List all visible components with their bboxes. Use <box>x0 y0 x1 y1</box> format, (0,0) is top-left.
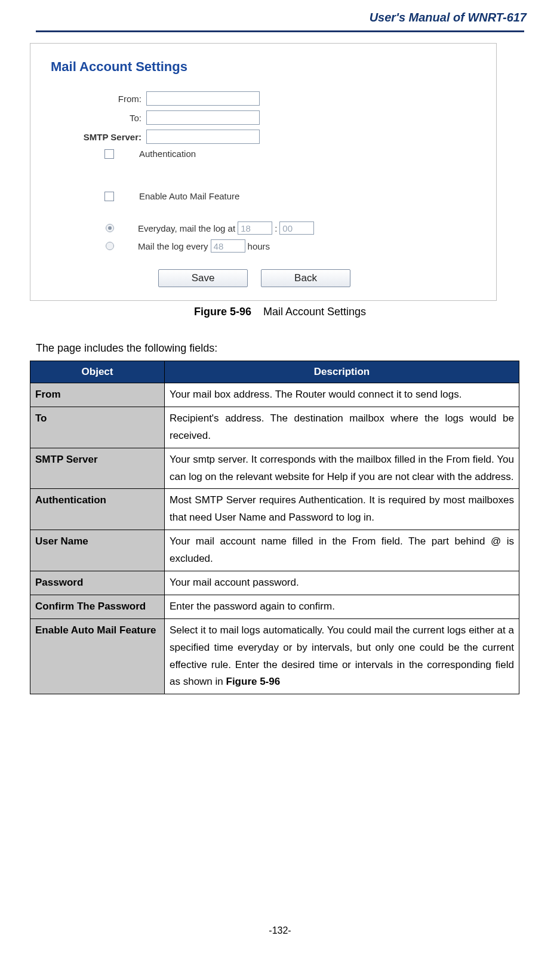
table-row: Authentication Most SMTP Server requires… <box>30 489 519 530</box>
table-row: Confirm The Password Enter the password … <box>30 595 519 618</box>
table-row: Enable Auto Mail Feature Select it to ma… <box>30 618 519 694</box>
page-header-title: User's Manual of WNRT-617 <box>36 11 527 24</box>
obj-cell: Enable Auto Mail Feature <box>30 618 165 694</box>
obj-cell: User Name <box>30 530 165 571</box>
desc-cell: Your mail account password. <box>165 571 519 595</box>
input-interval[interactable] <box>211 239 245 253</box>
label-auth: Authentication <box>139 149 196 159</box>
figure-number: Figure 5-96 <box>194 306 251 318</box>
radio-interval[interactable] <box>106 242 114 250</box>
row-smtp: SMTP Server: <box>51 130 478 144</box>
desc-cell: Select it to mail logs automatically. Yo… <box>165 618 519 694</box>
figure-panel: Mail Account Settings From: To: SMTP Ser… <box>30 43 497 301</box>
input-to[interactable] <box>146 110 260 125</box>
row-from: From: <box>51 91 478 106</box>
table-row: To Recipient's address. The destination … <box>30 407 519 448</box>
radio-dot-icon <box>108 226 112 230</box>
obj-cell: From <box>30 383 165 407</box>
obj-cell: Password <box>30 571 165 595</box>
label-enable-auto: Enable Auto Mail Feature <box>139 191 239 201</box>
input-hour[interactable] <box>238 221 272 235</box>
text-interval-prefix: Mail the log every <box>138 241 208 251</box>
obj-cell: Confirm The Password <box>30 595 165 618</box>
checkbox-enable-auto[interactable] <box>104 192 114 201</box>
label-from: From: <box>51 94 146 104</box>
row-enable-auto: Enable Auto Mail Feature <box>51 191 478 201</box>
header-divider <box>36 30 524 32</box>
intro-text: The page includes the following fields: <box>36 342 524 355</box>
obj-cell: To <box>30 407 165 448</box>
desc-cell: Recipient's address. The destination mai… <box>165 407 519 448</box>
th-object: Object <box>30 361 165 383</box>
input-minute[interactable] <box>279 221 314 235</box>
desc-cell: Your mail box address. The Router would … <box>165 383 519 407</box>
desc-cell: Your smtp server. It corresponds with th… <box>165 448 519 489</box>
fields-table: Object Description From Your mail box ad… <box>30 361 519 694</box>
desc-cell: Your mail account name filled in the Fro… <box>165 530 519 571</box>
obj-cell: Authentication <box>30 489 165 530</box>
text-time-sep: : <box>275 223 277 233</box>
row-schedule-interval: Mail the log every hours <box>51 239 478 253</box>
desc-figref: Figure 5-96 <box>226 676 281 687</box>
figure-caption: Figure 5-96 Mail Account Settings <box>36 306 524 318</box>
row-auth: Authentication <box>51 149 478 159</box>
desc-cell: Enter the password again to confirm. <box>165 595 519 618</box>
desc-text: Select it to mail logs automatically. Yo… <box>170 624 514 688</box>
table-row: Password Your mail account password. <box>30 571 519 595</box>
button-row: Save Back <box>158 269 478 287</box>
label-everyday: Everyday, mail the log at : <box>138 221 314 235</box>
text-everyday-prefix: Everyday, mail the log at <box>138 223 235 233</box>
th-description: Description <box>165 361 519 383</box>
table-row: User Name Your mail account name filled … <box>30 530 519 571</box>
row-schedule-everyday: Everyday, mail the log at : <box>51 221 478 235</box>
label-smtp: SMTP Server: <box>51 132 146 142</box>
label-interval: Mail the log every hours <box>138 239 270 253</box>
label-to: To: <box>51 113 146 123</box>
table-row: SMTP Server Your smtp server. It corresp… <box>30 448 519 489</box>
input-from[interactable] <box>146 91 260 106</box>
section-title: Mail Account Settings <box>51 59 478 75</box>
radio-everyday[interactable] <box>106 224 114 232</box>
input-smtp[interactable] <box>146 130 260 144</box>
desc-cell: Most SMTP Server requires Authentication… <box>165 489 519 530</box>
text-interval-suffix: hours <box>248 241 270 251</box>
figure-caption-text: Mail Account Settings <box>263 306 366 318</box>
back-button[interactable]: Back <box>261 269 350 287</box>
page-number: -132- <box>0 925 560 936</box>
checkbox-auth[interactable] <box>104 149 114 159</box>
row-to: To: <box>51 110 478 125</box>
save-button[interactable]: Save <box>158 269 248 287</box>
obj-cell: SMTP Server <box>30 448 165 489</box>
table-row: From Your mail box address. The Router w… <box>30 383 519 407</box>
